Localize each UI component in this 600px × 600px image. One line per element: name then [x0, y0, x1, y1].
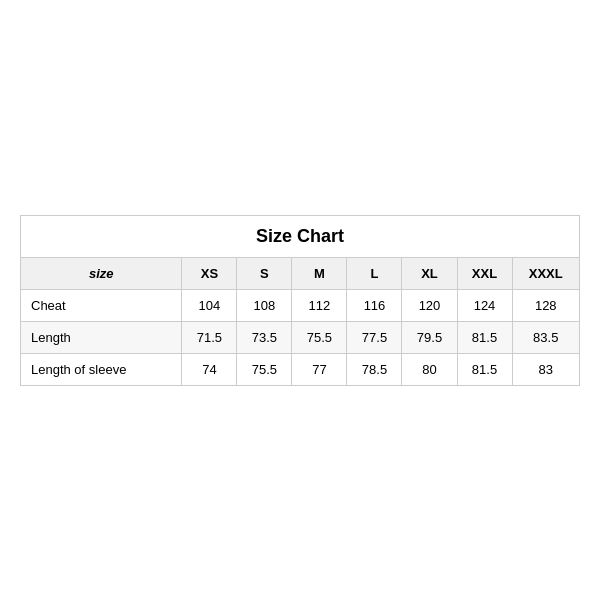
header-cell: S: [237, 257, 292, 289]
cell-value: 80: [402, 353, 457, 385]
cell-value: 83.5: [512, 321, 579, 353]
cell-value: 78.5: [347, 353, 402, 385]
header-row: sizeXSSMLXLXXLXXXL: [21, 257, 580, 289]
table-row: Length of sleeve7475.57778.58081.583: [21, 353, 580, 385]
cell-value: 104: [182, 289, 237, 321]
row-label: Length of sleeve: [21, 353, 182, 385]
header-cell: XL: [402, 257, 457, 289]
header-cell: M: [292, 257, 347, 289]
cell-value: 108: [237, 289, 292, 321]
header-cell: XXL: [457, 257, 512, 289]
cell-value: 77: [292, 353, 347, 385]
cell-value: 75.5: [237, 353, 292, 385]
row-label: Cheat: [21, 289, 182, 321]
size-chart-container: Size Chart sizeXSSMLXLXXLXXXL Cheat10410…: [20, 215, 580, 386]
cell-value: 71.5: [182, 321, 237, 353]
cell-value: 77.5: [347, 321, 402, 353]
cell-value: 124: [457, 289, 512, 321]
cell-value: 81.5: [457, 321, 512, 353]
table-row: Cheat104108112116120124128: [21, 289, 580, 321]
title-row: Size Chart: [21, 215, 580, 257]
cell-value: 81.5: [457, 353, 512, 385]
header-cell: XS: [182, 257, 237, 289]
cell-value: 128: [512, 289, 579, 321]
header-cell: XXXL: [512, 257, 579, 289]
table-row: Length71.573.575.577.579.581.583.5: [21, 321, 580, 353]
cell-value: 75.5: [292, 321, 347, 353]
cell-value: 73.5: [237, 321, 292, 353]
cell-value: 112: [292, 289, 347, 321]
cell-value: 79.5: [402, 321, 457, 353]
header-cell: size: [21, 257, 182, 289]
table-title: Size Chart: [21, 215, 580, 257]
cell-value: 83: [512, 353, 579, 385]
size-chart-table: Size Chart sizeXSSMLXLXXLXXXL Cheat10410…: [20, 215, 580, 386]
row-label: Length: [21, 321, 182, 353]
cell-value: 74: [182, 353, 237, 385]
header-cell: L: [347, 257, 402, 289]
cell-value: 120: [402, 289, 457, 321]
cell-value: 116: [347, 289, 402, 321]
